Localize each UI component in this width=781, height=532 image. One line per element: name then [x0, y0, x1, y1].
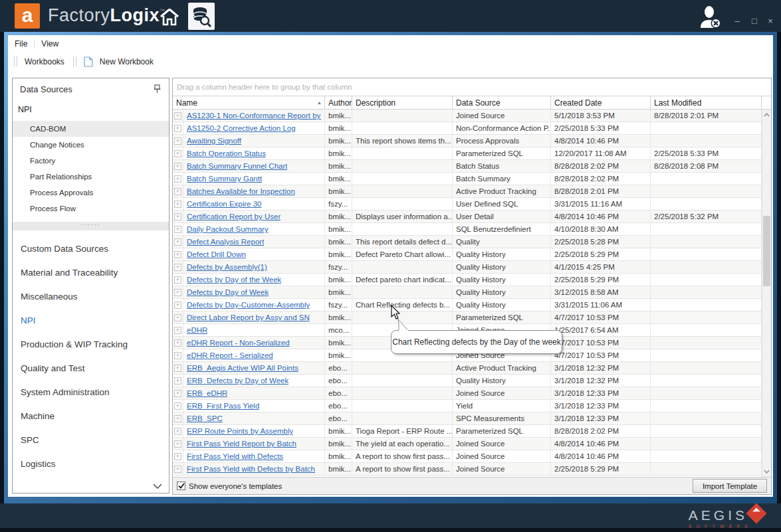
menu-file[interactable]: File	[8, 37, 34, 51]
sidebar-category-item[interactable]: Production & WIP Tracking	[13, 332, 169, 356]
template-name-link[interactable]: First Pass Yield with Defects	[187, 452, 283, 460]
pin-icon[interactable]	[154, 84, 161, 93]
expand-row-icon[interactable]: +	[174, 226, 181, 233]
table-row[interactable]: +Defects by Day of Weekbmik...Quality Hi…	[173, 286, 762, 299]
expand-row-icon[interactable]: +	[174, 112, 181, 120]
template-name-link[interactable]: eDHR Report - Serialized	[187, 351, 273, 359]
sidebar-category-item[interactable]: System Administration	[13, 380, 169, 404]
table-row[interactable]: +Batch Summary Funnel Chartbmik...Batch …	[173, 160, 762, 173]
template-name-link[interactable]: Defects by Day of the Week	[187, 276, 281, 284]
chevron-down-icon[interactable]	[153, 484, 162, 489]
table-row[interactable]: +Certification Expire 30fszy...User Defi…	[173, 198, 762, 211]
expand-row-icon[interactable]: +	[174, 264, 181, 271]
expand-row-icon[interactable]: +	[174, 466, 181, 473]
table-row[interactable]: +Batch Operation Statusbmik...Parameteri…	[173, 147, 762, 160]
expand-row-icon[interactable]: +	[174, 415, 181, 422]
template-name-link[interactable]: AS1250-2 Corrective Action Log	[187, 124, 296, 132]
table-row[interactable]: +AS1230-1 Non-Conformance Report by ...b…	[173, 110, 762, 122]
expand-row-icon[interactable]: +	[174, 238, 181, 246]
table-row[interactable]: +First Pass Yield with Defects by Batchb…	[173, 463, 762, 476]
template-name-link[interactable]: Defects by Day-Customer-Assembly	[187, 301, 310, 309]
column-header[interactable]: Created Date	[551, 96, 651, 109]
sidebar-category-item[interactable]: Custom Data Sources	[13, 236, 169, 260]
table-row[interactable]: +ERB_First Pass Yieldebo...Yield3/1/2018…	[173, 400, 762, 412]
new-workbook-button[interactable]: New Workbook	[97, 57, 156, 66]
toolbar-grip[interactable]	[14, 56, 17, 66]
table-row[interactable]: +First Pass Yield with Defectsbmik...A r…	[173, 450, 762, 463]
sidebar-tree-item[interactable]: CAD-BOM	[13, 121, 169, 137]
table-row[interactable]: +Defects by Assembly(1)fszy...Quality Hi…	[173, 261, 762, 274]
template-name-link[interactable]: Batch Summary Gantt	[187, 175, 262, 183]
template-name-link[interactable]: Defect Analysis Report	[187, 238, 264, 246]
expand-row-icon[interactable]: +	[174, 251, 181, 258]
expand-row-icon[interactable]: +	[174, 453, 181, 460]
column-header[interactable]: Name▲	[173, 96, 325, 109]
template-name-link[interactable]: Daily Packout Summary	[187, 225, 269, 233]
template-name-link[interactable]: ERB_Aegis Active WIP All Points	[187, 364, 298, 372]
close-button[interactable]: ×	[763, 15, 778, 28]
template-name-link[interactable]: eDHR Report - Non-Serialized	[187, 339, 290, 347]
template-name-link[interactable]: Batches Available for Inspection	[187, 187, 295, 195]
expand-row-icon[interactable]: +	[174, 377, 181, 385]
template-name-link[interactable]: AS1230-1 Non-Conformance Report by ...	[187, 112, 321, 120]
table-row[interactable]: +Daily Packout Summarybmik...SQL Benutze…	[173, 223, 762, 236]
menu-view[interactable]: View	[35, 37, 65, 51]
template-name-link[interactable]: ERB_Defects by Day of Week	[187, 377, 288, 385]
expand-row-icon[interactable]: +	[174, 390, 181, 397]
template-name-link[interactable]: Awaiting Signoff	[187, 137, 241, 145]
template-name-link[interactable]: Defects by Assembly(1)	[187, 263, 267, 271]
sidebar-category-item[interactable]: Miscellaneous	[13, 284, 169, 308]
table-row[interactable]: +Batch Summary Ganttbmik...Batch Summary…	[173, 173, 762, 185]
table-row[interactable]: +Certification Report by Userbmik...Disp…	[173, 211, 762, 223]
sidebar-category-item[interactable]: NPI	[13, 308, 169, 332]
template-name-link[interactable]: Batch Summary Funnel Chart	[187, 162, 287, 170]
sidebar-category-item[interactable]: Quality and Test	[13, 356, 169, 380]
table-row[interactable]: +Defect Drill Downbmik...Defect Pareto C…	[173, 248, 762, 261]
table-row[interactable]: +ERB_SPCebo...SPC Measurements3/1/2018 1…	[173, 412, 762, 425]
expand-row-icon[interactable]: +	[174, 302, 181, 309]
expand-row-icon[interactable]: +	[174, 352, 181, 359]
expand-row-icon[interactable]: +	[174, 213, 181, 221]
expand-row-icon[interactable]: +	[174, 365, 181, 372]
workbooks-label[interactable]: Workbooks	[22, 57, 67, 66]
logout-user-button[interactable]	[698, 5, 725, 29]
template-name-link[interactable]: First Pass Yield Report by Batch	[187, 440, 296, 448]
sidebar-splitter[interactable]: ······	[13, 222, 169, 230]
expand-row-icon[interactable]: +	[174, 175, 181, 183]
table-row[interactable]: +Awaiting Signoffbmik...This report show…	[173, 135, 762, 147]
sidebar-category-item[interactable]: Logistics	[13, 452, 169, 476]
expand-row-icon[interactable]: +	[174, 276, 181, 284]
table-row[interactable]: +ERB_Defects by Day of Weekebo...Quality…	[173, 375, 762, 387]
template-name-link[interactable]: ERB_First Pass Yield	[187, 402, 259, 410]
column-header[interactable]: Description	[352, 96, 453, 109]
sidebar-category-item[interactable]: Machine	[13, 404, 169, 428]
expand-row-icon[interactable]: +	[174, 188, 181, 195]
expand-row-icon[interactable]: +	[174, 125, 181, 132]
sidebar-tree-item[interactable]: Change Notices	[13, 137, 169, 153]
expand-row-icon[interactable]: +	[174, 314, 181, 321]
table-row[interactable]: +ERP Route Points by Assemblybmik...Tiog…	[173, 425, 762, 438]
vertical-scrollbar[interactable]	[762, 110, 771, 477]
column-header[interactable]: Author	[325, 96, 352, 109]
table-row[interactable]: +First Pass Yield Report by Batchbmik...…	[173, 438, 762, 450]
sidebar-tree-item[interactable]: Process Flow	[13, 201, 169, 217]
template-name-link[interactable]: Certification Expire 30	[187, 200, 262, 208]
table-row[interactable]: +Direct Labor Report by Assy and SNbmik.…	[173, 311, 762, 324]
table-row[interactable]: +Defects by Day-Customer-Assemblyfszy...…	[173, 299, 762, 311]
minimize-button[interactable]: –	[730, 15, 744, 28]
table-row[interactable]: +ERB_Aegis Active WIP All Pointsebo...Ac…	[173, 362, 762, 375]
import-template-button[interactable]: Import Template	[693, 479, 767, 493]
sidebar-tree-item[interactable]: Process Approvals	[13, 185, 169, 201]
sidebar-category-item[interactable]: Material and Traceability	[13, 260, 169, 284]
expand-row-icon[interactable]: +	[174, 327, 181, 334]
maximize-button[interactable]: □	[747, 15, 762, 28]
table-row[interactable]: +ERB_eDHRebo...Joined Source3/1/2018 12:…	[173, 387, 762, 400]
home-button[interactable]	[157, 5, 182, 28]
expand-row-icon[interactable]: +	[174, 440, 181, 448]
template-name-link[interactable]: ERB_SPC	[187, 414, 223, 422]
template-name-link[interactable]: ERB_eDHR	[187, 389, 227, 397]
template-name-link[interactable]: First Pass Yield with Defects by Batch	[187, 465, 315, 473]
template-name-link[interactable]: ERP Route Points by Assembly	[187, 427, 293, 435]
expand-row-icon[interactable]: +	[174, 428, 181, 435]
toolbar-grip[interactable]	[73, 56, 76, 66]
